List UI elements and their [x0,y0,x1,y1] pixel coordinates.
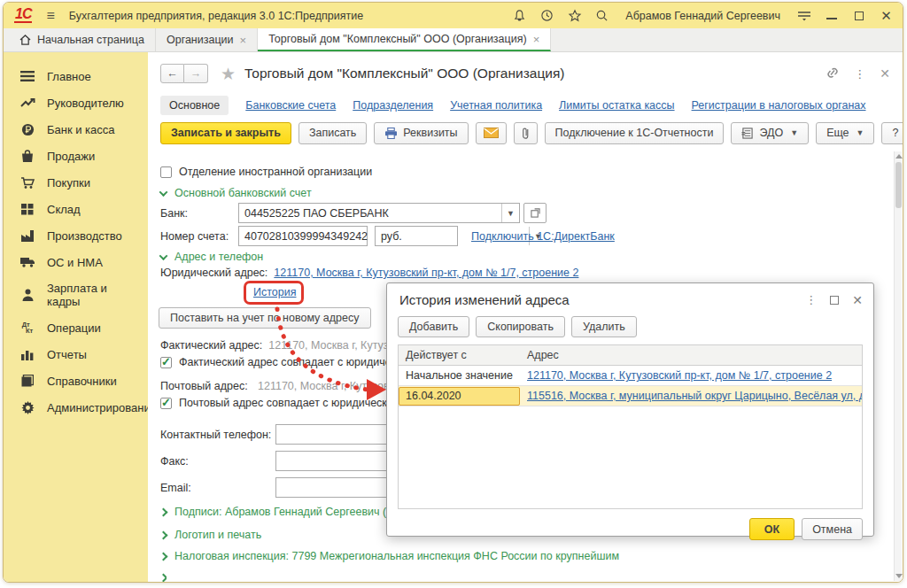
logo-section-header[interactable]: Логотип и печать [160,529,261,541]
address-section-label: Адрес и телефон [174,251,263,263]
sidebar-item-os-nma[interactable]: ОС и НМА [4,249,148,275]
account-label: Номер счета: [160,230,238,243]
vertical-scrollbar[interactable] [894,151,902,581]
dialog-close-icon[interactable]: ✕ [852,293,863,307]
postal-address-checkbox[interactable] [160,398,172,409]
forward-button[interactable]: → [184,64,208,83]
sidebar-item-rukovoditelyu[interactable]: Руководителю [4,89,148,116]
tab-close-icon[interactable]: × [533,33,540,46]
tab-current-organization[interactable]: Торговый дом "Комплексный" ООО (Организа… [258,28,551,51]
sidebar-item-proizvodstvo[interactable]: Производство [4,222,148,249]
actual-address-checkbox[interactable] [160,357,172,368]
scrollbar-thumb[interactable] [895,162,902,208]
nav-departments[interactable]: Подразделения [353,99,433,112]
col-effective-from[interactable]: Действует с [399,349,520,361]
scroll-up-icon[interactable] [895,154,903,159]
close-form-icon[interactable]: ✕ [880,66,890,81]
nav-bank-accounts[interactable]: Банковские счета [245,99,336,112]
period-cell: Начальное значение [399,369,520,382]
attachments-button[interactable] [514,122,538,144]
requisites-button[interactable]: Реквизиты [374,122,468,144]
phone-label: Контактный телефон: [160,429,275,441]
sidebar-item-administrirovanie[interactable]: Администрирование [4,394,148,421]
tab-current-label: Торговый дом "Комплексный" ООО (Организа… [268,33,526,45]
bank-input[interactable] [239,204,501,222]
nav-tax-registrations[interactable]: Регистрации в налоговых органах [692,99,866,112]
account-input[interactable] [239,227,392,245]
maximize-icon[interactable] [851,8,866,23]
sidebar-item-spravochniki[interactable]: Справочники [4,368,148,394]
col-address[interactable]: Адрес [520,349,862,361]
sidebar-item-pokupki[interactable]: Покупки [4,169,148,196]
table-row[interactable]: Начальное значение 121170, Москва г, Кут… [399,366,862,386]
bank-dropdown-icon[interactable]: ▼ [501,204,519,222]
back-button[interactable]: ← [160,64,184,83]
sidebar-item-sklad[interactable]: Склад [4,196,148,222]
save-close-button[interactable]: Записать и закрыть [160,122,291,144]
table-row-selected[interactable]: 16.04.2020 115516, Москва г, муниципальн… [399,386,862,406]
more-menu-icon[interactable]: ⋮ [854,67,865,81]
legal-address-link[interactable]: 121170, Москва г, Кутузовский пр-кт, дом… [274,267,578,279]
add-button[interactable]: Добавить [398,316,469,337]
copy-button[interactable]: Скопировать [476,316,565,337]
sidebar-label: Покупки [47,176,90,190]
sidebar-item-glavnoe[interactable]: Главное [4,63,148,89]
tab-organizations[interactable]: Организации × [156,28,258,51]
edo-button[interactable]: ЭДО ▼ [731,122,809,144]
more-button[interactable]: Еще ▼ [816,122,874,144]
notifications-bell-icon[interactable] [512,8,527,23]
fax-label: Факс: [160,455,275,468]
tab-home[interactable]: Начальная страница [9,28,156,51]
bank-section-header[interactable]: Основной банковский счет [160,187,312,199]
connect-1c-reporting-button[interactable]: Подключение к 1С-Отчетности [545,122,725,144]
home-icon [19,35,31,45]
history-row: История [253,286,296,298]
minimize-icon[interactable] [824,8,839,23]
command-bar: Записать и закрыть Записать Реквизиты По… [160,121,881,144]
service-menu-icon[interactable] [796,8,811,23]
dialog-more-icon[interactable]: ⋮ [805,293,817,306]
history-icon[interactable] [539,8,554,23]
save-button[interactable]: Записать [298,122,367,144]
chevron-expanded-icon [159,188,168,197]
register-new-address-button[interactable]: Поставить на учет по новому адресу [159,307,371,329]
page-title: Торговый дом "Комплексный" ООО (Организа… [244,66,564,81]
main-menu-icon[interactable]: ≡ [46,9,54,23]
directbank-link[interactable]: Подключить 1С:ДиректБанк [471,230,615,243]
current-user[interactable]: Абрамов Геннадий Сергеевич [625,10,780,22]
tab-close-icon[interactable]: × [240,34,247,47]
sidebar-item-bank-kassa[interactable]: Банк и касса [4,116,148,143]
dialog-maximize-icon[interactable] [830,296,839,305]
ok-button[interactable]: ОК [749,518,795,540]
chevron-down-icon: ▼ [857,128,864,137]
get-link-icon[interactable] [826,66,840,81]
bank-open-button[interactable] [523,203,547,223]
send-email-button[interactable] [476,122,507,144]
delete-button[interactable]: Удалить [571,316,637,337]
partial-section-header[interactable] [160,573,167,583]
paperclip-icon [522,127,530,140]
nav-accounting-policy[interactable]: Учетная политика [450,99,542,112]
sidebar-label: Главное [47,70,91,83]
address-section-header[interactable]: Адрес и телефон [160,251,263,263]
search-icon[interactable] [594,8,609,23]
address-history-link[interactable]: История [253,286,296,298]
scroll-down-icon[interactable] [895,574,903,578]
sidebar-item-prodazhi[interactable]: Продажи [4,143,148,169]
address-link[interactable]: 121170, Москва г, Кутузовский пр-кт, дом… [527,369,832,382]
sidebar-item-zarplata-kadry[interactable]: Зарплата и кадры [4,275,148,314]
nav-cash-limits[interactable]: Лимиты остатка кассы [559,99,674,112]
app-window: 1С ≡ Бухгалтерия предприятия, редакция 3… [3,2,903,583]
cancel-button[interactable]: Отмена [802,518,863,540]
close-window-icon[interactable]: ✕ [879,8,894,23]
favorites-star-icon[interactable] [567,8,582,23]
address-link[interactable]: 115516, Москва г, муниципальный округ Ца… [527,390,862,402]
favorite-star-icon[interactable]: ★ [221,64,236,84]
sidebar-item-operacii[interactable]: Дт Кт Операции [4,314,148,341]
nav-main-tab[interactable]: Основное [160,96,229,115]
sidebar-item-otchety[interactable]: Отчеты [4,341,148,368]
foreign-branch-checkbox[interactable] [160,166,172,178]
help-button[interactable]: ? [881,122,903,144]
tax-section-header[interactable]: Налоговая инспекция: 7799 Межрегиональна… [160,550,619,562]
shopping-bag-icon [19,149,35,163]
